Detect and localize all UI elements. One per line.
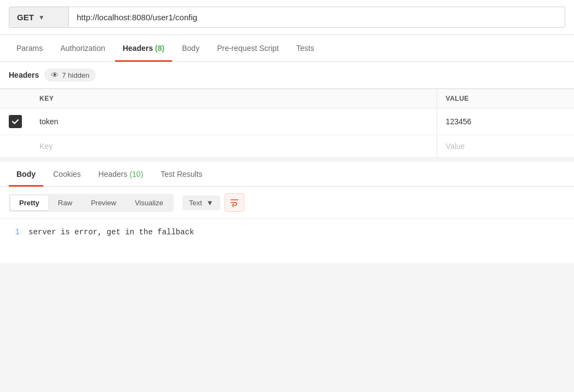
hidden-headers-badge[interactable]: 👁 7 hidden xyxy=(44,68,96,82)
eye-icon: 👁 xyxy=(51,71,59,79)
format-tabs: Pretty Raw Preview Visualize xyxy=(9,194,174,212)
tab-params[interactable]: Params xyxy=(9,35,50,62)
format-tab-pretty[interactable]: Pretty xyxy=(10,195,48,210)
headers-count: (8) xyxy=(155,44,164,53)
code-content: server is error, get in the fallback xyxy=(28,228,194,254)
text-type-dropdown[interactable]: Text ▼ xyxy=(182,195,220,210)
tab-tests[interactable]: Tests xyxy=(289,35,322,62)
response-tabs: Body Cookies Headers (10) Test Results xyxy=(0,162,574,187)
col-key: KEY xyxy=(31,89,437,108)
tab-response-body[interactable]: Body xyxy=(9,162,43,187)
word-wrap-button[interactable] xyxy=(225,193,244,212)
body-toolbar: Pretty Raw Preview Visualize Text ▼ xyxy=(0,187,574,219)
key-cell[interactable]: token xyxy=(31,108,437,135)
headers-section-title: Headers xyxy=(9,71,39,79)
code-output-area: 1 server is error, get in the fallback xyxy=(0,219,574,263)
headers-table: KEY VALUE token 123456 Ke xyxy=(0,89,574,158)
checkbox-cell-empty[interactable] xyxy=(0,135,31,158)
method-label: GET xyxy=(17,13,34,22)
hidden-count-label: 7 hidden xyxy=(62,71,89,79)
tab-test-results[interactable]: Test Results xyxy=(153,162,210,187)
format-tab-preview[interactable]: Preview xyxy=(82,195,125,210)
format-tab-raw[interactable]: Raw xyxy=(49,195,81,210)
chevron-down-icon: ▼ xyxy=(38,14,45,21)
checkbox-checked[interactable] xyxy=(9,115,22,128)
url-bar: GET ▼ xyxy=(0,0,574,35)
response-headers-count: (10) xyxy=(129,170,143,178)
table-row: token 123456 xyxy=(0,108,574,135)
line-numbers: 1 xyxy=(9,228,20,254)
tab-pre-request[interactable]: Pre-request Script xyxy=(209,35,286,62)
col-value: VALUE xyxy=(437,89,574,108)
table-row: Key Value xyxy=(0,135,574,158)
value-cell-placeholder[interactable]: Value xyxy=(437,135,574,158)
tab-response-headers[interactable]: Headers (10) xyxy=(91,162,151,187)
method-select[interactable]: GET ▼ xyxy=(9,7,69,28)
col-checkbox xyxy=(0,89,31,108)
chevron-down-icon: ▼ xyxy=(206,199,214,207)
url-input[interactable] xyxy=(69,7,565,28)
request-tabs: Params Authorization Headers (8) Body Pr… xyxy=(0,35,574,62)
tab-headers[interactable]: Headers (8) xyxy=(115,35,172,62)
checkbox-cell[interactable] xyxy=(0,108,31,135)
tab-body[interactable]: Body xyxy=(174,35,207,62)
tab-authorization[interactable]: Authorization xyxy=(53,35,113,62)
tab-response-cookies[interactable]: Cookies xyxy=(45,162,89,187)
key-cell-placeholder[interactable]: Key xyxy=(31,135,437,158)
headers-section-header: Headers 👁 7 hidden xyxy=(0,62,574,89)
value-cell[interactable]: 123456 xyxy=(437,108,574,135)
format-tab-visualize[interactable]: Visualize xyxy=(126,195,172,210)
